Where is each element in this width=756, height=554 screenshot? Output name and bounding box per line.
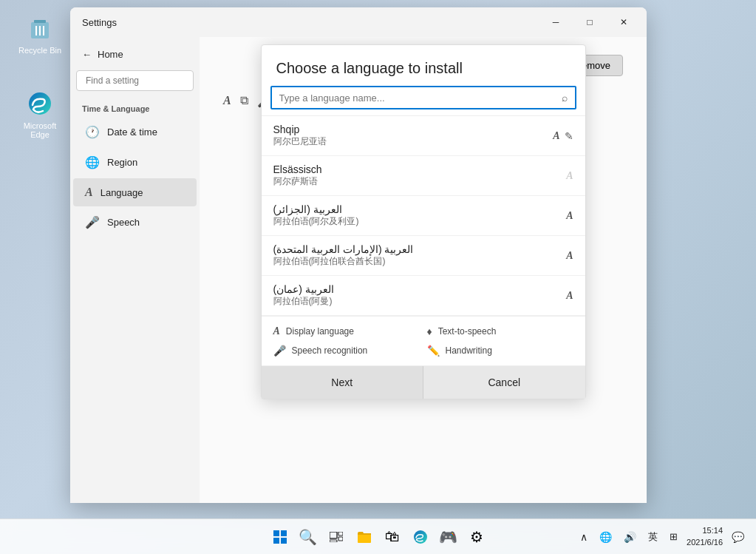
sidebar-label-language: Language: [101, 187, 143, 198]
speech-recognition-feature: 🎤 Speech recognition: [273, 345, 420, 357]
close-button[interactable]: ✕: [607, 10, 641, 34]
display-lang-label: Display language: [286, 326, 354, 337]
lang-item-info: العربية (الإمارات العربية المتحدة) 阿拉伯语(…: [273, 243, 567, 268]
titlebar-controls: ─ □ ✕: [539, 10, 641, 34]
sidebar-search-input[interactable]: [76, 70, 194, 91]
tts-icon: ♦: [427, 325, 432, 337]
desktop-icon-edge[interactable]: Microsoft Edge: [13, 89, 67, 139]
taskbar-edge-button[interactable]: [407, 524, 434, 550]
lang-sub: 阿拉伯语(阿曼): [273, 295, 567, 308]
system-clock[interactable]: 15:14 2021/6/16: [687, 525, 723, 548]
settings-titlebar: Settings ─ □ ✕: [70, 7, 647, 37]
edge-icon: [25, 89, 55, 118]
ms-store-button[interactable]: 🛍: [379, 524, 406, 550]
list-item[interactable]: العربية (الجزائر) 阿拉伯语(阿尔及利亚) A: [262, 196, 585, 236]
cancel-button[interactable]: Cancel: [423, 366, 585, 399]
speech-rec-label: Speech recognition: [292, 345, 368, 356]
svg-rect-11: [338, 532, 343, 536]
lang-sub: 阿拉伯语(阿尔及利亚): [273, 215, 567, 228]
list-item[interactable]: العربية (الإمارات العربية المتحدة) 阿拉伯语(…: [262, 236, 585, 276]
list-item[interactable]: Shqip 阿尔巴尼亚语 A ✎: [262, 116, 585, 156]
lang-name: العربية (الإمارات العربية المتحدة): [273, 243, 567, 255]
network-icon[interactable]: 🌐: [596, 528, 615, 546]
lang-item-info: Shqip 阿尔巴尼亚语: [273, 124, 554, 148]
svg-rect-10: [330, 532, 337, 538]
tts-label: Text-to-speech: [438, 326, 497, 337]
svg-rect-7: [281, 530, 287, 536]
region-icon: 🌐: [85, 155, 100, 169]
sidebar-item-speech[interactable]: 🎤 Speech: [73, 208, 197, 237]
lang-item-info: العربية (عمان) 阿拉伯语(阿曼): [273, 283, 567, 308]
next-button[interactable]: Next: [262, 366, 424, 399]
lang-sub: 阿尔萨斯语: [273, 175, 567, 188]
main-content: Options Remove A ⧉ 🎤 ✎ ABC Choose a lang…: [200, 37, 647, 503]
dialog-title: Choose a language to install: [262, 45, 585, 86]
clock-date: 2021/6/16: [687, 537, 723, 548]
clock-time: 15:14: [687, 525, 723, 536]
feature-legend: A Display language ♦ Text-to-speech 🎤 Sp…: [262, 316, 585, 365]
list-item[interactable]: Elsässisch 阿尔萨斯语 A: [262, 156, 585, 196]
sidebar-item-region[interactable]: 🌐 Region: [73, 148, 197, 177]
xbox-game-bar-button[interactable]: 🎮: [435, 524, 462, 550]
file-explorer-button[interactable]: [351, 524, 378, 550]
desktop-icon-recycle-bin[interactable]: Recycle Bin: [13, 13, 67, 55]
sidebar-back-button[interactable]: ← Home: [70, 43, 200, 66]
edge-label: Microsoft Edge: [13, 121, 67, 139]
lang-sub: 阿尔巴尼亚语: [273, 135, 554, 148]
settings-body: ← Home Time & Language 🕐 Date & time 🌐 R…: [70, 37, 647, 503]
taskbar: 🔍 🛍: [0, 518, 756, 554]
display-language-feature: A Display language: [273, 325, 420, 337]
handwriting-icon: ✏️: [427, 345, 440, 357]
display-lang-cap-icon: A: [553, 130, 559, 142]
language-icon: A: [85, 186, 93, 199]
taskbar-center: 🔍 🛍: [267, 524, 490, 550]
handwriting-cap-icon: ✎: [565, 130, 573, 142]
tts-feature: ♦ Text-to-speech: [427, 325, 573, 337]
settings-taskbar-button[interactable]: ⚙: [463, 524, 490, 550]
sidebar-label-date-time: Date & time: [107, 126, 157, 138]
language-search-input[interactable]: [279, 92, 556, 104]
dialog-overlay: Choose a language to install ⌕ Shqip 阿尔巴…: [200, 37, 647, 503]
handwriting-feature: ✏️ Handwriting: [427, 345, 573, 357]
svg-rect-1: [34, 20, 46, 23]
date-time-icon: 🕐: [85, 125, 100, 139]
lang-name: العربية (عمان): [273, 283, 567, 295]
minimize-button[interactable]: ─: [539, 10, 573, 34]
svg-rect-8: [273, 538, 279, 544]
sidebar-section-label: Time & Language: [70, 95, 200, 116]
dialog-buttons: Next Cancel: [262, 365, 585, 399]
settings-window: Settings ─ □ ✕ ← Home Time & Language 🕐 …: [70, 7, 647, 503]
lang-caps: A: [566, 210, 573, 222]
sidebar: ← Home Time & Language 🕐 Date & time 🌐 R…: [70, 37, 200, 503]
svg-rect-6: [273, 530, 279, 536]
sidebar-item-date-time[interactable]: 🕐 Date & time: [73, 118, 197, 146]
language-list: Shqip 阿尔巴尼亚语 A ✎ Elsässisch: [262, 115, 585, 316]
handwriting-label: Handwriting: [446, 345, 492, 356]
lang-sub: 阿拉伯语(阿拉伯联合酋长国): [273, 255, 567, 268]
lang-item-info: Elsässisch 阿尔萨斯语: [273, 163, 567, 188]
tray-expand-icon[interactable]: ∧: [577, 528, 590, 546]
start-button[interactable]: [267, 524, 293, 550]
maximize-button[interactable]: □: [573, 10, 607, 34]
keyboard-icon[interactable]: ⊞: [667, 528, 681, 545]
back-icon: ←: [82, 49, 92, 60]
display-lang-cap-icon: A: [566, 250, 573, 262]
ime-icon[interactable]: 英: [645, 527, 661, 547]
speech-icon: 🎤: [85, 215, 100, 229]
sidebar-item-language[interactable]: A Language: [73, 178, 197, 206]
lang-name: العربية (الجزائر): [273, 203, 567, 215]
task-view-button[interactable]: [323, 524, 350, 550]
taskbar-right: ∧ 🌐 🔊 英 ⊞ 15:14 2021/6/16 💬: [577, 525, 756, 548]
recycle-bin-label: Recycle Bin: [18, 46, 61, 55]
sidebar-label-region: Region: [107, 157, 137, 168]
list-item[interactable]: العربية (عمان) 阿拉伯语(阿曼) A: [262, 276, 585, 316]
display-lang-icon: A: [273, 325, 280, 337]
dialog-search-box[interactable]: ⌕: [270, 86, 576, 109]
volume-icon[interactable]: 🔊: [621, 528, 639, 546]
speech-rec-icon: 🎤: [273, 345, 286, 357]
notification-center-icon[interactable]: 💬: [729, 528, 747, 546]
lang-caps: A ✎: [553, 130, 573, 142]
taskbar-search-button[interactable]: 🔍: [295, 524, 321, 550]
lang-name: Shqip: [273, 124, 554, 135]
display-lang-cap-icon: A: [566, 170, 573, 182]
